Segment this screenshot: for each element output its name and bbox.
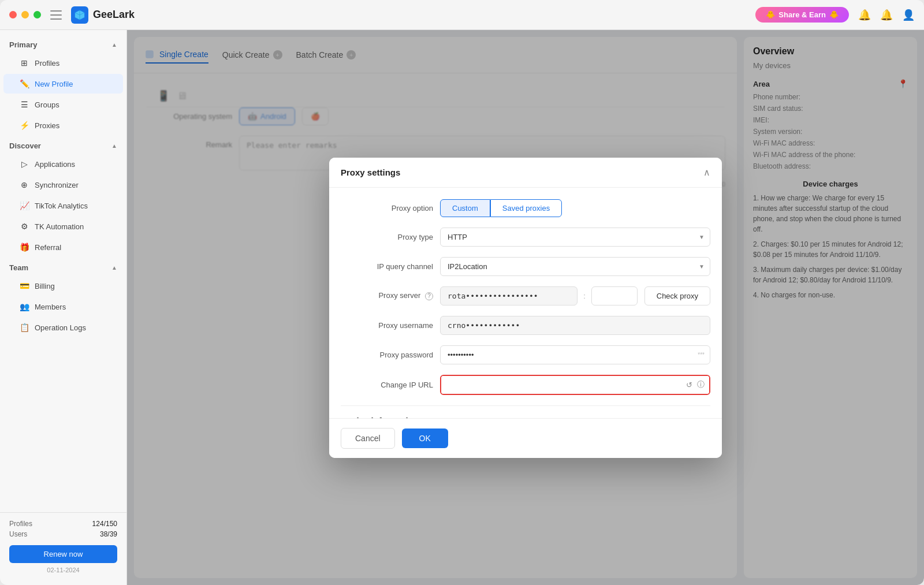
change-ip-input[interactable] — [441, 376, 709, 394]
titlebar-right: 🐥 Share & Earn 🐥 🔔 🔔 👤 — [755, 7, 915, 23]
close-button[interactable] — [9, 11, 17, 18]
groups-icon: ☰ — [20, 100, 29, 109]
ip-query-label: IP query channel — [341, 262, 433, 271]
proxy-type-select[interactable]: HTTP HTTPS SOCKS5 — [440, 228, 710, 247]
sidebar-item-proxies[interactable]: ⚡ Proxies — [3, 115, 123, 135]
proxy-server-label: Proxy server ? — [341, 291, 433, 300]
sidebar-item-profiles[interactable]: ⊞ Profiles — [3, 53, 123, 73]
modal-footer: Cancel OK — [329, 418, 722, 458]
titlebar: GeeLark 🐥 Share & Earn 🐥 🔔 🔔 👤 — [0, 0, 924, 30]
main-layout: Primary ▲ ⊞ Profiles ✏️ New Profile ☰ Gr… — [0, 30, 924, 585]
proxy-type-label: Proxy type — [341, 233, 433, 241]
billing-icon: 💳 — [20, 281, 29, 290]
chevron-up-icon-discover: ▲ — [111, 143, 117, 149]
chevron-up-icon-team: ▲ — [111, 264, 117, 271]
sidebar-item-referral[interactable]: 🎁 Referral — [3, 237, 123, 257]
proxy-server-group: : 9000 — [440, 286, 638, 305]
proxy-server-input[interactable] — [440, 286, 578, 305]
minimize-button[interactable] — [21, 11, 29, 18]
password-toggle-icon[interactable]: *** — [698, 352, 705, 358]
profiles-stat-row: Profiles 124/150 — [9, 520, 117, 528]
applications-icon: ▷ — [20, 159, 29, 169]
discover-section-header[interactable]: Discover ▲ — [0, 136, 126, 154]
main-window: GeeLark 🐥 Share & Earn 🐥 🔔 🔔 👤 Primary ▲… — [0, 0, 924, 585]
proxy-settings-modal: Proxy settings ∧ Proxy option Custom Sav… — [329, 158, 722, 458]
proxy-password-input[interactable] — [440, 345, 710, 364]
change-ip-row: Change IP URL ↺ ⓘ — [341, 375, 710, 395]
proxy-option-label: Proxy option — [341, 204, 433, 213]
ip-query-select[interactable]: IP2Location MaxMind — [440, 257, 710, 276]
sidebar-item-billing[interactable]: 💳 Billing — [3, 276, 123, 296]
proxy-password-input-wrapper: *** — [440, 345, 710, 364]
proxy-username-row: Proxy username — [341, 316, 710, 335]
notification-icon[interactable]: 🔔 — [880, 9, 893, 21]
modal-close-button[interactable]: ∧ — [703, 167, 710, 178]
users-stat-row: Users 38/39 — [9, 530, 117, 538]
ip-query-select-wrapper: IP2Location MaxMind ▼ — [440, 257, 710, 276]
sidebar-toggle-button[interactable] — [50, 10, 62, 20]
content-area: Single Create Quick Create + Batch Creat… — [127, 30, 924, 585]
sidebar-item-applications[interactable]: ▷ Applications — [3, 154, 123, 174]
cancel-button[interactable]: Cancel — [341, 428, 395, 449]
synchronizer-icon: ⊕ — [20, 180, 29, 189]
proxy-type-row: Proxy type HTTP HTTPS SOCKS5 ▼ — [341, 228, 710, 247]
share-earn-button[interactable]: 🐥 Share & Earn 🐥 — [755, 7, 849, 23]
proxy-type-select-wrapper: HTTP HTTPS SOCKS5 ▼ — [440, 228, 710, 247]
custom-option-button[interactable]: Custom — [440, 199, 490, 217]
sidebar-item-operation-logs[interactable]: 📋 Operation Logs — [3, 318, 123, 337]
proxy-password-label: Proxy password — [341, 351, 433, 359]
modal-body: Proxy option Custom Saved proxies Proxy … — [329, 188, 722, 438]
modal-header: Proxy settings ∧ — [329, 158, 722, 188]
proxy-option-buttons: Custom Saved proxies — [440, 199, 562, 217]
port-separator: : — [583, 292, 586, 300]
referral-icon: 🎁 — [20, 243, 29, 252]
tiktok-analytics-icon: 📈 — [20, 201, 29, 210]
ip-query-row: IP query channel IP2Location MaxMind ▼ — [341, 257, 710, 276]
proxies-icon: ⚡ — [20, 121, 29, 130]
members-icon: 👥 — [20, 302, 29, 311]
maximize-button[interactable] — [33, 11, 41, 18]
proxy-username-label: Proxy username — [341, 321, 433, 330]
proxy-password-row: Proxy password *** — [341, 345, 710, 364]
renew-now-button[interactable]: Renew now — [9, 545, 117, 563]
tk-automation-icon: ⚙ — [20, 222, 29, 231]
proxy-option-row: Proxy option Custom Saved proxies — [341, 199, 710, 217]
ok-button[interactable]: OK — [402, 428, 448, 448]
logo-area: GeeLark — [71, 6, 135, 24]
sidebar-item-groups[interactable]: ☰ Groups — [3, 95, 123, 114]
team-section-header[interactable]: Team ▲ — [0, 258, 126, 275]
app-name: GeeLark — [93, 9, 135, 21]
proxy-username-input[interactable] — [440, 316, 710, 335]
saved-proxies-option-button[interactable]: Saved proxies — [490, 199, 562, 217]
sidebar-item-new-profile[interactable]: ✏️ New Profile — [3, 74, 123, 94]
proxy-server-row: Proxy server ? : 9000 Check proxy — [341, 286, 710, 305]
info-icon[interactable]: ⓘ — [697, 379, 705, 390]
modal-overlay: Proxy settings ∧ Proxy option Custom Sav… — [127, 30, 924, 585]
sidebar-item-members[interactable]: 👥 Members — [3, 297, 123, 316]
chevron-up-icon: ▲ — [111, 42, 117, 48]
new-profile-icon: ✏️ — [20, 79, 29, 88]
primary-section-header[interactable]: Primary ▲ — [0, 35, 126, 53]
modal-title: Proxy settings — [341, 167, 400, 177]
refresh-icon[interactable]: ↺ — [686, 381, 692, 389]
traffic-lights — [9, 11, 41, 18]
app-logo — [71, 6, 88, 24]
proxy-server-help-icon[interactable]: ? — [425, 292, 433, 300]
check-proxy-button[interactable]: Check proxy — [644, 286, 710, 305]
change-ip-input-wrapper: ↺ ⓘ — [440, 375, 710, 395]
change-ip-icons: ↺ ⓘ — [686, 379, 705, 390]
change-ip-label: Change IP URL — [341, 381, 433, 389]
profiles-icon: ⊞ — [20, 58, 29, 68]
sidebar-item-synchronizer[interactable]: ⊕ Synchronizer — [3, 175, 123, 195]
sidebar: Primary ▲ ⊞ Profiles ✏️ New Profile ☰ Gr… — [0, 30, 127, 585]
subscription-date: 02-11-2024 — [9, 567, 117, 573]
sidebar-item-tk-automation[interactable]: ⚙ TK Automation — [3, 217, 123, 236]
user-icon[interactable]: 👤 — [902, 9, 915, 21]
alert-icon[interactable]: 🔔 — [858, 9, 871, 21]
operation-logs-icon: 📋 — [20, 323, 29, 332]
sidebar-item-tiktok-analytics[interactable]: 📈 TikTok Analytics — [3, 196, 123, 215]
sidebar-footer: Profiles 124/150 Users 38/39 Renew now 0… — [0, 512, 126, 580]
proxy-port-input[interactable]: 9000 — [591, 286, 638, 305]
